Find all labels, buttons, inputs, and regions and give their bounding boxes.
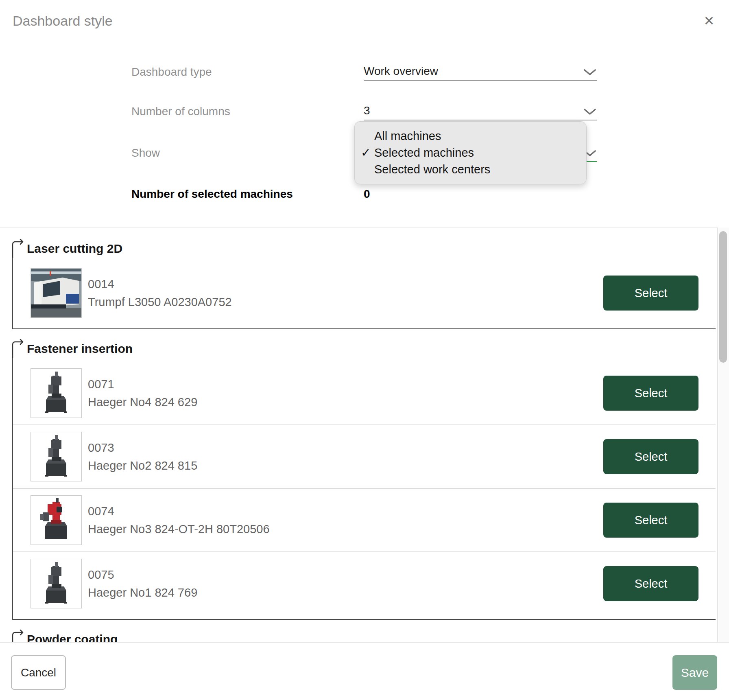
machine-name: Haeger No4 824 629 [88, 393, 603, 411]
select-machine-button[interactable]: Select [603, 566, 698, 601]
dropdown-option[interactable]: ✓Selected machines [355, 144, 586, 161]
machine-thumbnail [31, 559, 82, 608]
machine-name: Haeger No1 824 769 [88, 584, 603, 602]
group-hierarchy-arrow-icon [12, 239, 24, 258]
dropdown-option[interactable]: All machines [355, 128, 586, 144]
form-row-number-of-columns: Number of columns 3 [0, 103, 729, 120]
machine-name: Haeger No2 824 815 [88, 457, 603, 475]
dropdown-option-label: Selected machines [374, 146, 474, 159]
dialog-title: Dashboard style [13, 13, 113, 29]
select-machine-button[interactable]: Select [603, 503, 698, 538]
machine-thumbnail [31, 268, 82, 318]
dropdown-option[interactable]: Selected work centers [355, 161, 586, 178]
group-hierarchy-arrow-icon [12, 630, 24, 643]
machine-group-header: Fastener insertion [12, 339, 717, 358]
number-of-columns-label: Number of columns [131, 103, 230, 120]
machine-code: 0075 [88, 566, 603, 584]
machine-code: 0014 [88, 275, 603, 293]
machine-group-box: 0071Haeger No4 824 629Select0073Haeger N… [12, 358, 716, 620]
machine-thumbnail [31, 495, 82, 545]
checkmark-icon: ✓ [361, 144, 371, 161]
form-row-dashboard-type: Dashboard type Work overview [0, 63, 729, 81]
show-label: Show [131, 144, 160, 162]
dashboard-type-label: Dashboard type [131, 63, 212, 81]
show-dropdown-popup: All machines✓Selected machinesSelected w… [354, 121, 587, 184]
machine-list[interactable]: Laser cutting 2D0014Trumpf L3050 A0230A0… [0, 227, 717, 643]
machine-group-box: 0014Trumpf L3050 A0230A0752Select [12, 258, 716, 329]
machine-group-title: Powder coating [27, 630, 118, 643]
dialog-footer: Cancel Save [0, 642, 729, 700]
machine-row: 0073Haeger No2 824 815Select [13, 425, 716, 488]
selected-count-label: Number of selected machines [131, 185, 293, 203]
machine-code: 0074 [88, 502, 603, 520]
dialog-header: Dashboard style × [0, 0, 729, 46]
dropdown-option-label: All machines [374, 129, 441, 142]
machine-group-header: Laser cutting 2D [12, 239, 717, 258]
machine-row: 0014Trumpf L3050 A0230A0752Select [13, 262, 716, 324]
machine-thumbnail [31, 368, 82, 418]
group-hierarchy-arrow-icon [12, 339, 24, 358]
machine-thumbnail [31, 432, 82, 481]
number-of-columns-value: 3 [364, 104, 370, 117]
machine-group-title: Laser cutting 2D [27, 240, 122, 258]
machine-group-header: Powder coating [12, 630, 717, 643]
selected-count-value: 0 [364, 185, 370, 203]
form-row-selected-count: Number of selected machines 0 [0, 185, 729, 203]
scrollbar-thumb[interactable] [719, 231, 727, 363]
machine-row: 0074Haeger No3 824-OT-2H 80T20506Select [13, 489, 716, 551]
machine-group-title: Fastener insertion [27, 340, 133, 358]
save-button[interactable]: Save [672, 655, 717, 690]
machine-code: 0071 [88, 375, 603, 393]
machine-name: Trumpf L3050 A0230A0752 [88, 293, 603, 311]
chevron-down-icon [583, 69, 596, 76]
chevron-down-icon [583, 108, 596, 115]
machine-code: 0073 [88, 439, 603, 457]
number-of-columns-select[interactable]: 3 [364, 103, 597, 120]
machine-row: 0075Haeger No1 824 769Select [13, 552, 716, 615]
machine-group: Powder coating [0, 630, 717, 643]
dashboard-type-value: Work overview [364, 65, 438, 77]
select-machine-button[interactable]: Select [603, 276, 698, 311]
machine-group: Fastener insertion0071Haeger No4 824 629… [0, 339, 717, 620]
dashboard-type-select[interactable]: Work overview [364, 63, 597, 81]
vertical-scrollbar[interactable] [717, 228, 729, 642]
select-machine-button[interactable]: Select [603, 376, 698, 411]
machine-row: 0071Haeger No4 824 629Select [13, 362, 716, 424]
machine-name: Haeger No3 824-OT-2H 80T20506 [88, 520, 603, 538]
dropdown-option-label: Selected work centers [374, 163, 490, 176]
cancel-button[interactable]: Cancel [11, 655, 66, 690]
select-machine-button[interactable]: Select [603, 439, 698, 474]
close-icon[interactable]: × [699, 11, 719, 31]
machine-group: Laser cutting 2D0014Trumpf L3050 A0230A0… [0, 239, 717, 329]
